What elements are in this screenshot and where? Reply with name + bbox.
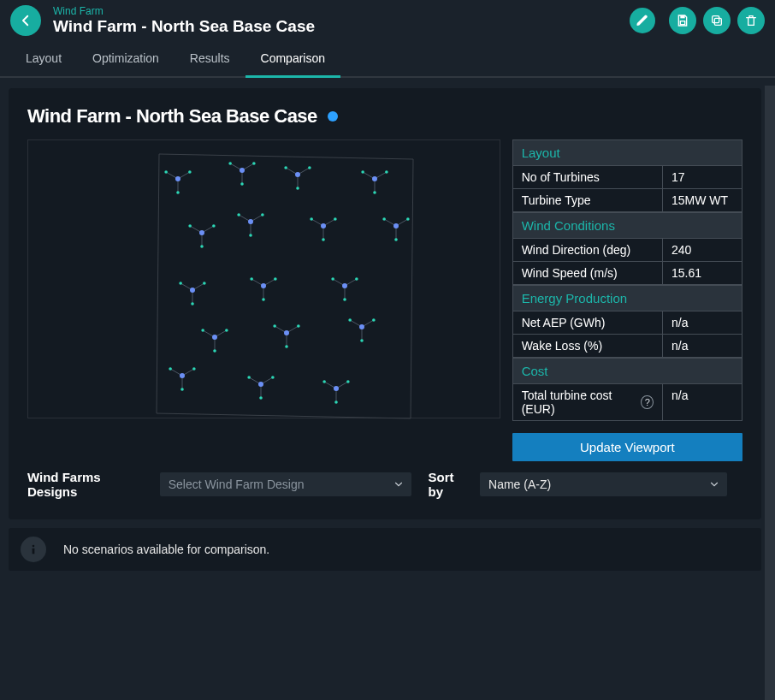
svg-point-34: [200, 245, 204, 248]
help-icon[interactable]: ?: [641, 395, 654, 409]
tab-bar: Layout Optimization Results Comparison: [0, 43, 775, 78]
edit-title-button[interactable]: [630, 8, 655, 33]
pencil-icon: [636, 14, 649, 27]
value-total-cost: n/a: [663, 384, 742, 420]
svg-point-55: [394, 238, 398, 241]
info-icon-wrap: [21, 537, 46, 562]
row-total-cost: Total turbine cost (EUR) ? n/a: [512, 384, 742, 421]
svg-point-57: [382, 217, 386, 221]
svg-point-38: [212, 224, 216, 228]
svg-point-52: [334, 217, 337, 221]
update-viewport-button[interactable]: Update Viewport: [512, 433, 742, 461]
label-turbine-type: Turbine Type: [513, 189, 663, 211]
duplicate-button[interactable]: [703, 7, 731, 34]
sort-select[interactable]: Name (A-Z): [480, 472, 727, 496]
value-wind-speed: 15.61: [663, 262, 742, 284]
value-no-turbines: 17: [663, 166, 742, 188]
svg-point-11: [175, 176, 180, 181]
row-turbine-type: Turbine Type 15MW WT: [512, 189, 742, 212]
svg-point-67: [190, 288, 195, 293]
svg-point-8: [164, 170, 168, 174]
svg-point-18: [240, 168, 245, 173]
info-icon: [27, 543, 40, 556]
section-head-wind: Wind Conditions: [512, 212, 742, 239]
card-title-row: Wind Farm - North Sea Base Case: [27, 105, 742, 128]
svg-point-22: [284, 166, 287, 169]
svg-point-69: [262, 298, 265, 301]
card-title: Wind Farm - North Sea Base Case: [27, 105, 317, 128]
svg-point-25: [295, 172, 300, 177]
chevron-down-icon: [708, 478, 720, 490]
svg-point-62: [191, 302, 194, 306]
svg-point-97: [360, 339, 364, 342]
section-head-layout: Layout: [512, 139, 742, 166]
svg-point-111: [259, 396, 263, 400]
svg-rect-0: [680, 15, 684, 18]
designs-select-text: Select Wind Farm Design: [169, 478, 305, 491]
arrow-left-icon: [18, 13, 33, 28]
top-bar: Wind Farm Wind Farm - North Sea Base Cas…: [0, 0, 775, 43]
svg-point-122: [346, 380, 350, 383]
svg-point-41: [249, 234, 252, 237]
designs-select[interactable]: Select Wind Farm Design: [160, 472, 411, 496]
svg-point-92: [273, 324, 276, 328]
label-net-aep: Net AEP (GWh): [513, 311, 663, 334]
svg-point-99: [348, 318, 352, 322]
svg-point-116: [258, 382, 263, 387]
svg-point-31: [385, 170, 388, 174]
svg-point-109: [180, 373, 185, 378]
svg-point-45: [261, 213, 264, 217]
section-head-energy: Energy Production: [512, 285, 742, 311]
svg-point-80: [355, 277, 358, 281]
svg-point-39: [199, 230, 204, 235]
svg-point-115: [271, 376, 275, 379]
label-wind-dir: Wind Direction (deg): [513, 239, 663, 261]
svg-point-95: [284, 330, 289, 335]
svg-point-66: [203, 282, 206, 285]
svg-point-81: [342, 283, 347, 288]
svg-point-120: [322, 380, 326, 383]
svg-point-118: [334, 400, 338, 404]
save-icon: [676, 14, 689, 27]
delete-button[interactable]: [737, 7, 765, 34]
breadcrumb[interactable]: Wind Farm: [53, 5, 621, 17]
svg-point-46: [248, 219, 253, 224]
sort-select-text: Name (A-Z): [488, 478, 551, 491]
svg-point-113: [247, 376, 251, 379]
back-button[interactable]: [10, 5, 41, 36]
svg-point-78: [331, 277, 334, 281]
svg-point-6: [176, 191, 180, 194]
svg-point-83: [213, 349, 216, 353]
svg-point-76: [343, 298, 346, 301]
layout-viewport[interactable]: [27, 139, 500, 418]
svg-point-101: [372, 318, 376, 322]
tab-layout[interactable]: Layout: [10, 43, 77, 78]
tab-comparison[interactable]: Comparison: [246, 43, 340, 78]
tab-optimization[interactable]: Optimization: [77, 43, 175, 78]
vertical-scrollbar[interactable]: [765, 86, 775, 700]
label-no-turbines: No of Turbines: [513, 166, 663, 188]
svg-point-64: [179, 282, 182, 285]
info-card: No scenarios available for comparison.: [9, 528, 761, 571]
svg-rect-125: [33, 549, 35, 555]
info-panel: Layout No of Turbines 17 Turbine Type 15…: [512, 139, 742, 461]
row-wind-speed: Wind Speed (m/s) 15.61: [512, 262, 742, 285]
svg-point-24: [308, 166, 311, 169]
svg-point-102: [359, 324, 364, 329]
svg-point-94: [297, 324, 300, 328]
value-net-aep: n/a: [663, 311, 742, 334]
svg-point-106: [169, 367, 172, 371]
svg-point-29: [361, 170, 364, 174]
svg-point-20: [296, 187, 299, 190]
save-button[interactable]: [669, 7, 696, 34]
tab-results[interactable]: Results: [175, 43, 246, 78]
row-wake-loss: Wake Loss (%) n/a: [512, 335, 742, 358]
row-wind-dir: Wind Direction (deg) 240: [512, 239, 742, 262]
svg-point-50: [310, 217, 313, 221]
svg-point-71: [250, 277, 253, 281]
svg-point-53: [321, 223, 326, 228]
row-net-aep: Net AEP (GWh) n/a: [512, 311, 742, 335]
svg-point-32: [372, 176, 377, 181]
copy-icon: [710, 14, 724, 27]
section-head-cost: Cost: [512, 358, 742, 384]
